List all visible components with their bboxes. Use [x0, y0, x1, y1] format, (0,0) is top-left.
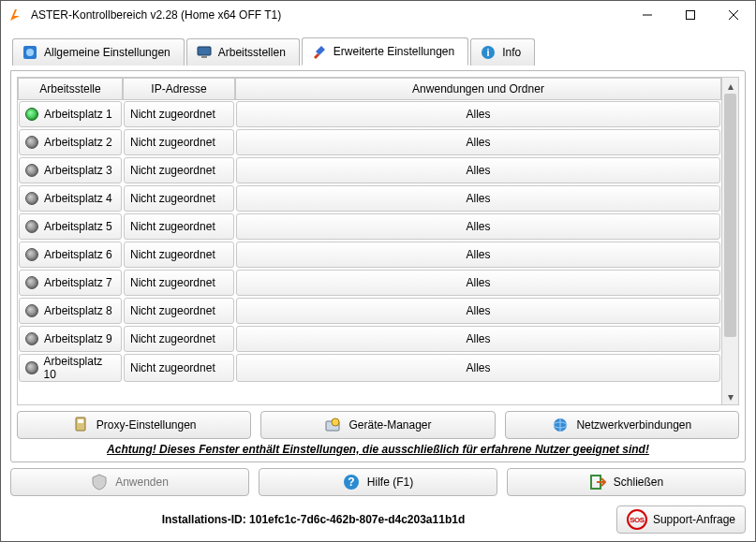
- apps-cell[interactable]: Alles: [236, 213, 720, 240]
- table-row: Arbeitsplatz 3Nicht zugeordnetAlles: [18, 156, 721, 184]
- ip-cell[interactable]: Nicht zugeordnet: [124, 101, 234, 127]
- status-led-icon: [25, 332, 38, 345]
- status-led-icon: [25, 361, 38, 374]
- apps-cell[interactable]: Alles: [236, 101, 720, 127]
- ip-cell[interactable]: Nicht zugeordnet: [124, 129, 234, 155]
- ip-value: Nicht zugeordnet: [130, 304, 215, 317]
- apps-value: Alles: [466, 332, 490, 345]
- apps-cell[interactable]: Alles: [236, 298, 720, 324]
- workstation-cell[interactable]: Arbeitsplatz 6: [19, 242, 122, 268]
- tab-label: Allgemeine Einstellungen: [44, 46, 170, 59]
- install-id-value: 101efc1c-7d6c-462b-807e-d4c203a11b1d: [249, 513, 465, 526]
- close-button[interactable]: [712, 1, 755, 29]
- workstation-cell[interactable]: Arbeitsplatz 1: [19, 101, 122, 127]
- tab-info[interactable]: i Info: [470, 38, 535, 66]
- workstation-name: Arbeitsplatz 3: [44, 164, 112, 177]
- workstation-cell[interactable]: Arbeitsplatz 9: [19, 326, 122, 352]
- apps-cell[interactable]: Alles: [236, 157, 720, 183]
- tab-advanced[interactable]: Erweiterte Einstellungen: [302, 37, 468, 66]
- apply-button[interactable]: Anwenden: [10, 468, 249, 496]
- ip-cell[interactable]: Nicht zugeordnet: [124, 326, 234, 352]
- ip-value: Nicht zugeordnet: [130, 361, 215, 374]
- ip-cell[interactable]: Nicht zugeordnet: [124, 270, 234, 296]
- table-row: Arbeitsplatz 4Nicht zugeordnetAlles: [18, 184, 721, 212]
- button-label: Anwenden: [115, 476, 169, 489]
- workstation-name: Arbeitsplatz 5: [44, 220, 112, 233]
- ip-value: Nicht zugeordnet: [130, 164, 215, 177]
- ip-cell[interactable]: Nicht zugeordnet: [124, 298, 234, 324]
- apps-value: Alles: [466, 108, 490, 121]
- tools-icon: [312, 44, 327, 59]
- scroll-down-icon[interactable]: ▾: [722, 388, 738, 404]
- apps-value: Alles: [466, 248, 490, 261]
- close-app-button[interactable]: Schließen: [507, 468, 746, 496]
- workstation-cell[interactable]: Arbeitsplatz 5: [19, 213, 122, 240]
- support-request-button[interactable]: SOS Support-Anfrage: [616, 505, 746, 534]
- svg-text:?: ?: [348, 476, 354, 489]
- advanced-warning: Achtung! Dieses Fenster enthält Einstell…: [17, 443, 739, 456]
- app-icon: [8, 7, 23, 22]
- table-row: Arbeitsplatz 7Nicht zugeordnetAlles: [18, 269, 721, 297]
- apps-cell[interactable]: Alles: [236, 270, 720, 296]
- apps-cell[interactable]: Alles: [236, 185, 720, 212]
- apps-cell[interactable]: Alles: [236, 129, 720, 155]
- apps-value: Alles: [466, 361, 490, 374]
- apps-cell[interactable]: Alles: [236, 242, 720, 268]
- scroll-track[interactable]: [722, 94, 738, 388]
- workstation-cell[interactable]: Arbeitsplatz 2: [19, 129, 122, 155]
- svg-rect-11: [78, 419, 83, 423]
- workstation-cell[interactable]: Arbeitsplatz 7: [19, 270, 122, 296]
- status-led-icon: [25, 248, 38, 261]
- proxy-settings-button[interactable]: Proxy-Einstellungen: [17, 411, 251, 439]
- vertical-scrollbar[interactable]: ▴ ▾: [721, 78, 738, 404]
- workstation-grid: Arbeitsstelle IP-Adresse Anwendungen und…: [17, 77, 739, 405]
- shield-icon: [91, 474, 108, 491]
- ip-cell[interactable]: Nicht zugeordnet: [124, 354, 234, 382]
- app-window: ASTER-Kontrollbereich v2.28 (Home x64 OF…: [0, 0, 756, 542]
- tab-workstations[interactable]: Arbeitsstellen: [186, 38, 300, 66]
- scroll-up-icon[interactable]: ▴: [722, 78, 738, 94]
- status-led-icon: [25, 164, 38, 177]
- tab-label: Info: [502, 46, 521, 59]
- workstation-cell[interactable]: Arbeitsplatz 4: [19, 185, 122, 212]
- tab-label: Arbeitsstellen: [218, 46, 286, 59]
- network-connections-button[interactable]: Netzwerkverbindungen: [505, 411, 739, 439]
- ip-cell[interactable]: Nicht zugeordnet: [124, 213, 234, 240]
- workstation-name: Arbeitsplatz 9: [44, 332, 112, 345]
- network-icon: [552, 417, 569, 433]
- column-workstation[interactable]: Arbeitsstelle: [18, 78, 123, 100]
- ip-value: Nicht zugeordnet: [130, 108, 215, 121]
- maximize-button[interactable]: [669, 1, 712, 29]
- device-manager-button[interactable]: Geräte-Manager: [260, 411, 495, 439]
- workstation-name: Arbeitsplatz 7: [44, 276, 112, 289]
- ip-value: Nicht zugeordnet: [130, 332, 215, 345]
- apps-cell[interactable]: Alles: [236, 326, 720, 352]
- button-label: Hilfe (F1): [367, 476, 413, 489]
- table-row: Arbeitsplatz 9Nicht zugeordnetAlles: [18, 325, 721, 353]
- grid-body: Arbeitsplatz 1Nicht zugeordnetAllesArbei…: [18, 100, 721, 390]
- installation-id: Installations-ID: 101efc1c-7d6c-462b-807…: [10, 513, 616, 526]
- workstation-cell[interactable]: Arbeitsplatz 10: [19, 354, 122, 382]
- workstation-cell[interactable]: Arbeitsplatz 3: [19, 157, 122, 183]
- scroll-thumb[interactable]: [724, 94, 736, 337]
- column-apps[interactable]: Anwendungen und Ordner: [235, 78, 721, 100]
- status-led-icon: [25, 304, 38, 317]
- ip-cell[interactable]: Nicht zugeordnet: [124, 185, 234, 212]
- help-button[interactable]: ? Hilfe (F1): [259, 468, 497, 496]
- workstation-name: Arbeitsplatz 4: [44, 192, 112, 205]
- svg-text:i: i: [487, 47, 490, 58]
- minimize-button[interactable]: [626, 1, 669, 29]
- button-label: Netzwerkverbindungen: [576, 418, 691, 432]
- ip-cell[interactable]: Nicht zugeordnet: [124, 242, 234, 268]
- workstation-cell[interactable]: Arbeitsplatz 8: [19, 298, 122, 324]
- workstation-name: Arbeitsplatz 10: [44, 355, 115, 381]
- apps-value: Alles: [466, 220, 490, 233]
- table-row: Arbeitsplatz 10Nicht zugeordnetAlles: [18, 353, 721, 381]
- ip-cell[interactable]: Nicht zugeordnet: [124, 157, 234, 183]
- apps-cell[interactable]: Alles: [236, 354, 720, 382]
- status-led-icon: [25, 192, 38, 205]
- column-ip[interactable]: IP-Adresse: [123, 78, 235, 100]
- tab-general[interactable]: Allgemeine Einstellungen: [12, 38, 185, 66]
- button-label: Proxy-Einstellungen: [96, 418, 197, 432]
- button-label: Support-Anfrage: [653, 513, 735, 526]
